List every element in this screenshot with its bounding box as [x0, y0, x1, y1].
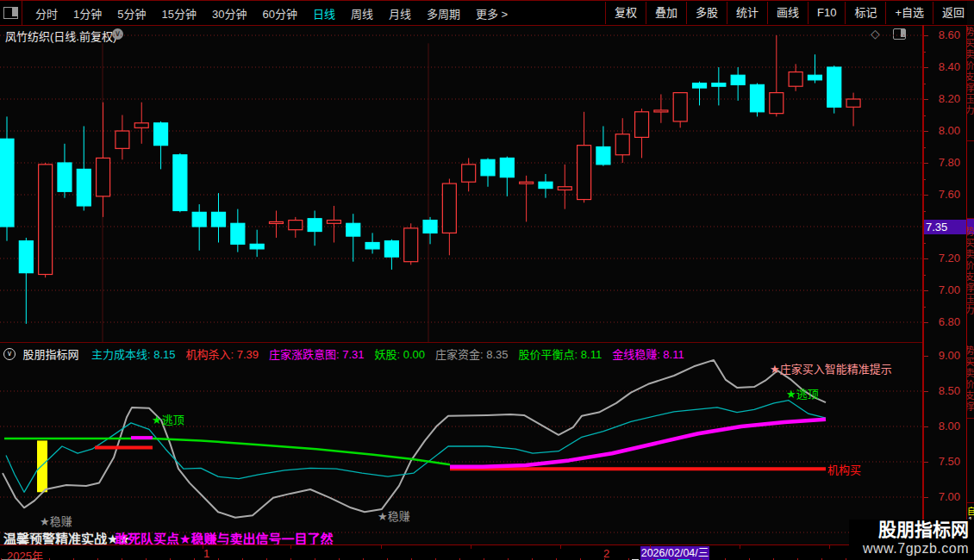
timeline-date-highlight: 2026/02/04/三 [640, 546, 709, 560]
app-window: 分时1分钟5分钟15分钟30分钟60分钟日线周线月线多周期更多 > 复权叠加多股… [0, 0, 974, 560]
toolbar-actions: 复权叠加多股统计画线F10标记+自选返回 [605, 1, 974, 25]
action-button-统计[interactable]: 统计 [727, 2, 767, 24]
signal-label: ★稳赚 [40, 513, 72, 529]
timeline-tick [829, 545, 830, 549]
action-button-多股[interactable]: 多股 [686, 2, 727, 24]
axis-divider-line [922, 25, 924, 560]
period-tab-1分钟[interactable]: 1分钟 [66, 5, 109, 22]
period-tab-15分钟[interactable]: 15分钟 [153, 5, 203, 22]
period-tab-分时[interactable]: 分时 [28, 5, 66, 22]
timeline-tick [650, 545, 651, 549]
layout-split-icon[interactable] [3, 7, 18, 19]
strip-char: 自 [967, 504, 974, 517]
period-tab-周线[interactable]: 周线 [343, 5, 381, 22]
period-tab-5分钟[interactable]: 5分钟 [109, 5, 153, 22]
right-edge-strip: 势买卖价支撑压力 势买卖价支撑压力 势买卖价支撑压力 自 1111 [967, 1, 974, 560]
period-tab-多周期[interactable]: 多周期 [419, 5, 468, 22]
clipped-vertical-text: 势买卖价支撑压力 [967, 227, 974, 339]
period-tabs: 分时1分钟5分钟15分钟30分钟60分钟日线周线月线多周期更多 > [28, 1, 515, 25]
signal-label: 机构买 [827, 461, 861, 477]
indicator-line-股价平衡点 [4, 439, 450, 464]
timeline-tick [740, 545, 740, 549]
timeline-tick [560, 545, 561, 549]
timeline-bar[interactable]: 2025年 12 2026/02/04/三 [0, 544, 974, 560]
signal-label: ★庄家买入智能精准提示 [770, 360, 892, 376]
action-button-画线[interactable]: 画线 [767, 2, 808, 24]
watermark: 股朋指标网 www.7gpzb.com [849, 520, 974, 560]
last-price-tag: 7.35 [923, 220, 966, 234]
clipped-vertical-text: 势买卖价支撑压力 [967, 27, 974, 199]
action-button-+自选[interactable]: +自选 [885, 2, 933, 24]
signal-label: ★逃顶 [152, 411, 184, 427]
lower-gridlines [0, 391, 922, 532]
timeline-month-label: 1 [203, 547, 209, 560]
action-button-F10[interactable]: F10 [808, 2, 845, 24]
main-gridlines [0, 35, 922, 322]
watermark-url: www.7gpzb.com [849, 540, 969, 557]
action-button-复权[interactable]: 复权 [605, 2, 646, 24]
candlestick-series [0, 35, 860, 324]
timeline-tick [203, 545, 203, 549]
period-tab-60分钟[interactable]: 60分钟 [254, 5, 304, 22]
period-tab-月线[interactable]: 月线 [381, 5, 419, 22]
watermark-site: 股朋指标网 [849, 520, 969, 540]
timeline-tick [290, 545, 291, 549]
timeline-tick [381, 545, 382, 549]
signal-label: ★稳赚 [378, 507, 410, 524]
divider [22, 1, 22, 25]
period-tab-30分钟[interactable]: 30分钟 [204, 5, 254, 22]
signal-label: ★逃顶 [786, 385, 819, 401]
candlestick-chart[interactable] [0, 25, 922, 342]
timeline-tick [471, 545, 471, 549]
signal-bar [37, 440, 47, 492]
action-button-叠加[interactable]: 叠加 [646, 2, 686, 24]
action-button-标记[interactable]: 标记 [845, 2, 885, 24]
top-toolbar: 分时1分钟5分钟15分钟30分钟60分钟日线周线月线多周期更多 > 复权叠加多股… [0, 1, 974, 26]
clipped-vertical-text: 势买卖价支撑压力 [967, 345, 974, 414]
period-tab-更多 >[interactable]: 更多 > [468, 5, 515, 22]
period-tab-日线[interactable]: 日线 [305, 5, 343, 22]
